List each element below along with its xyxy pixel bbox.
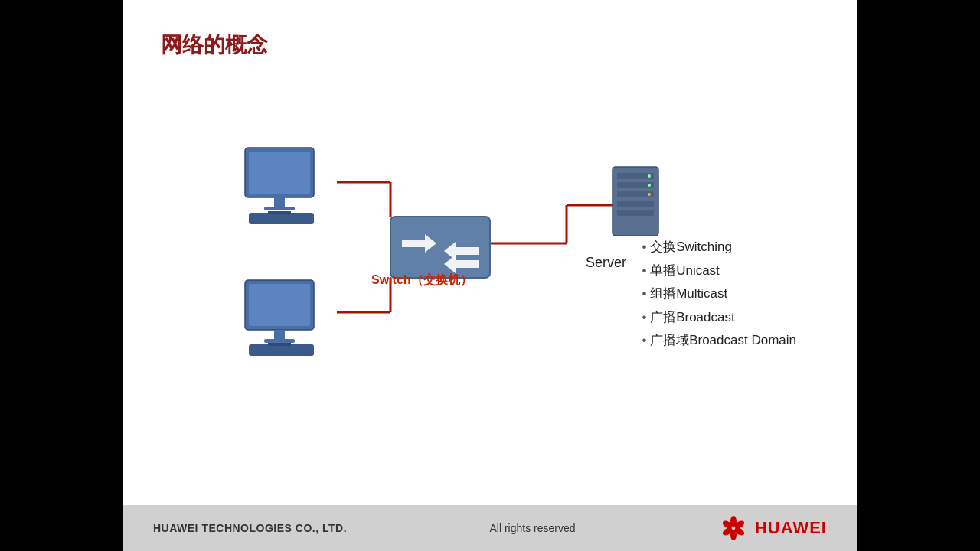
svg-rect-12 [268, 211, 291, 214]
diagram-area: Switch（交换机） Server 交换Switching 单播Unicast… [161, 75, 819, 404]
svg-point-30 [648, 184, 651, 187]
svg-rect-10 [264, 207, 295, 210]
svg-rect-15 [274, 330, 285, 339]
bullet-item-1: 交换Switching [642, 236, 796, 259]
slide-footer: HUAWEI TECHNOLOGIES CO., LTD. All rights… [122, 505, 858, 551]
slide-title: 网络的概念 [161, 31, 819, 60]
svg-point-29 [648, 174, 651, 178]
huawei-flower-icon [718, 513, 749, 543]
bullet-item-2: 单播Unicast [642, 259, 796, 283]
huawei-brand-text: HUAWEI [755, 518, 827, 538]
bullet-list: 交换Switching 单播Unicast 组播Multicast 广播Broa… [642, 236, 796, 353]
footer-company: HUAWEI TECHNOLOGIES CO., LTD. [153, 522, 347, 534]
bullet-item-3: 组播Multicast [642, 282, 796, 306]
black-bar-left [0, 0, 122, 551]
switch-label: Switch（交换机） [371, 272, 472, 289]
black-bar-right [858, 0, 980, 551]
svg-rect-17 [249, 344, 314, 356]
bullet-item-4: 广播Broadcast [642, 306, 796, 330]
footer-logo: HUAWEI [718, 513, 827, 543]
svg-rect-27 [617, 201, 654, 207]
bullet-item-5: 广播域Broadcast Domain [642, 329, 796, 353]
svg-rect-8 [249, 152, 310, 194]
svg-rect-28 [617, 210, 654, 216]
svg-rect-18 [268, 343, 291, 346]
svg-rect-14 [249, 284, 310, 326]
server-label: Server [586, 255, 626, 271]
slide-main: 网络的概念 [122, 0, 858, 505]
svg-point-31 [648, 193, 651, 196]
svg-rect-9 [274, 197, 285, 207]
slide-container: 网络的概念 [122, 0, 858, 551]
svg-rect-16 [264, 339, 295, 343]
svg-rect-11 [249, 213, 314, 224]
footer-rights: All rights reserved [489, 522, 575, 534]
